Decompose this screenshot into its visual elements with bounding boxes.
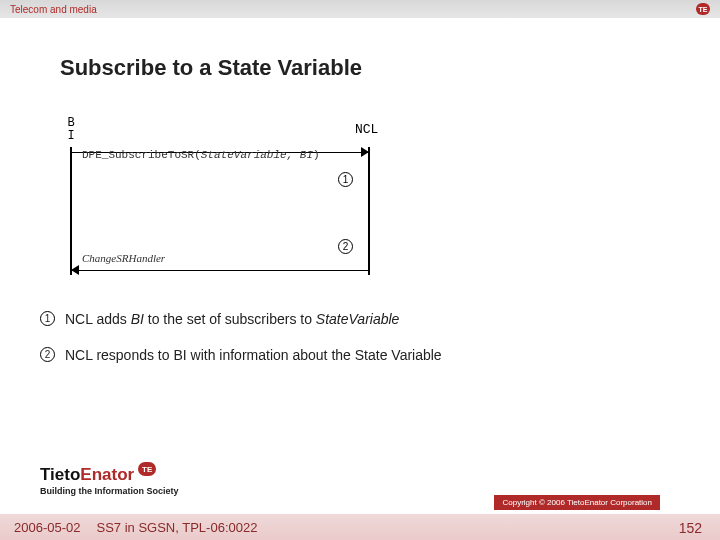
note-1: 1 NCL adds BI to the set of subscribers … [40, 310, 442, 328]
note-1-text: NCL adds BI to the set of subscribers to… [65, 310, 399, 328]
message-arrow-response [72, 263, 368, 277]
actor-bi-label: BI [66, 117, 76, 143]
note-1-number: 1 [40, 311, 55, 326]
page-title: Subscribe to a State Variable [60, 55, 362, 81]
logo-tagline: Building the Information Society [40, 486, 179, 496]
header-category: Telecom and media [10, 4, 97, 15]
footer-doc-title: SS7 in SGSN, TPL-06:0022 [97, 520, 707, 535]
message-label-response: ChangeSRHandler [82, 252, 165, 264]
header-bar: Telecom and media TE [0, 0, 720, 18]
diagram-callout-2: 2 [338, 239, 353, 254]
copyright-text: Copyright © 2006 TietoEnator Corporation [494, 495, 660, 510]
logo-badge-icon: TE [138, 462, 156, 476]
note-2-text: NCL responds to BI with information abou… [65, 346, 442, 364]
message-label-subscribe: DPE_SubscribeToSR(StateVariable, BI) [82, 149, 320, 161]
header-badge: TE [696, 3, 710, 15]
page-number: 152 [679, 520, 702, 536]
sequence-diagram: BI NCL DPE_SubscribeToSR(StateVariable, … [60, 115, 420, 285]
company-logo: TietoEnator TE Building the Information … [40, 465, 179, 496]
footer-bar: 2006-05-02 SS7 in SGSN, TPL-06:0022 [0, 514, 720, 540]
lifeline-bi [70, 147, 72, 275]
diagram-callout-1: 1 [338, 172, 353, 187]
logo-wordmark: TietoEnator TE [40, 465, 156, 485]
actor-ncl-label: NCL [355, 122, 378, 137]
note-2-number: 2 [40, 347, 55, 362]
notes-list: 1 NCL adds BI to the set of subscribers … [40, 310, 442, 382]
lifeline-ncl [368, 147, 370, 275]
note-2: 2 NCL responds to BI with information ab… [40, 346, 442, 364]
footer-date: 2006-05-02 [14, 520, 81, 535]
